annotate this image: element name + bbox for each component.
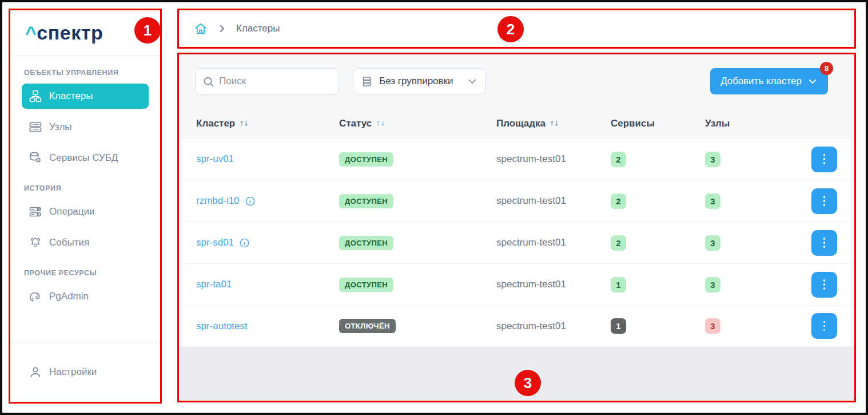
table-footer-area: 3 <box>179 347 854 401</box>
column-header-cluster[interactable]: Кластер ↑↓ <box>196 118 339 129</box>
site-cell: spectrum-test01 <box>496 279 611 290</box>
sidebar-item-label: Кластеры <box>49 90 93 102</box>
add-cluster-label: Добавить кластер <box>720 76 802 87</box>
services-count-badge: 1 <box>611 318 626 334</box>
column-label: Сервисы <box>611 118 655 129</box>
row-actions-button[interactable] <box>811 147 837 172</box>
cluster-link[interactable]: rzmbd-i10 <box>196 195 240 207</box>
services-count-badge: 1 <box>611 277 626 293</box>
chevron-right-icon <box>217 23 227 34</box>
column-label: Статус <box>339 118 372 129</box>
search-icon <box>202 76 214 88</box>
events-icon <box>29 236 42 250</box>
sidebar-item-events[interactable]: События <box>22 230 149 255</box>
services-count-badge: 2 <box>611 235 626 251</box>
annotation-circle-2: 2 <box>497 16 524 42</box>
breadcrumb-region: 2 Кластеры <box>177 9 856 49</box>
main-content-region: Без группировки Добавить кластер 8 <box>177 53 856 402</box>
logo-caret-icon: ^ <box>25 22 37 44</box>
sidebar-item-nodes[interactable]: Узлы <box>22 114 149 140</box>
cluster-link[interactable]: spr-autotest <box>196 321 248 332</box>
nodes-count-badge: 3 <box>705 152 720 167</box>
services-count-badge: 2 <box>611 152 626 167</box>
db-services-icon <box>29 151 42 165</box>
cluster-link[interactable]: spr-sd01 <box>196 237 234 248</box>
logo-text: спектр <box>37 22 103 44</box>
cluster-icon <box>29 89 42 103</box>
section-label: ПРОЧИЕ РЕСУРСЫ <box>24 269 149 277</box>
nav-section-history: ИСТОРИЯ <box>22 184 149 255</box>
column-header-site[interactable]: Площадка ↑↓ <box>496 118 611 129</box>
sort-icon[interactable]: ↑↓ <box>238 120 248 128</box>
app-logo[interactable]: ^спектр <box>25 22 103 44</box>
nav-section-objects: ОБЪЕКТЫ УПРАВЛЕНИЯ Кластеры <box>22 69 149 171</box>
cluster-link[interactable]: spr-ta01 <box>196 279 232 290</box>
grouping-value: Без группировки <box>379 76 453 87</box>
cluster-link[interactable]: spr-uv01 <box>196 153 234 165</box>
notification-badge: 8 <box>820 62 833 75</box>
site-cell: spectrum-test01 <box>496 237 611 248</box>
chevron-down-icon <box>467 76 477 86</box>
home-icon[interactable] <box>194 22 208 35</box>
sidebar-item-pgadmin[interactable]: PgAdmin <box>22 284 149 309</box>
sidebar-item-db-services[interactable]: Сервисы СУБД <box>22 145 149 171</box>
annotation-circle-1: 1 <box>134 17 161 44</box>
table-row: rzmbd-i10 ДОСТУПЕН spectrum-test01 2 3 <box>179 180 854 222</box>
column-header-nodes: Узлы <box>705 118 794 129</box>
nodes-count-badge: 3 <box>705 235 720 251</box>
sidebar-item-label: Узлы <box>49 121 72 133</box>
column-label: Кластер <box>196 118 235 129</box>
breadcrumb-current: Кластеры <box>236 23 280 34</box>
pgadmin-elephant-icon <box>29 290 42 303</box>
chevron-down-icon <box>807 76 818 86</box>
operations-icon <box>29 205 42 219</box>
sidebar-item-settings[interactable]: Настройки <box>22 359 149 385</box>
sidebar-nav: ОБЪЕКТЫ УПРАВЛЕНИЯ Кластеры <box>10 56 160 343</box>
status-badge: ДОСТУПЕН <box>339 152 393 167</box>
sort-icon[interactable]: ↑↓ <box>549 120 558 128</box>
add-cluster-button[interactable]: Добавить кластер <box>710 68 828 94</box>
nodes-count-badge: 3 <box>705 193 720 209</box>
sidebar-item-label: Операции <box>49 206 95 218</box>
row-actions-button[interactable] <box>811 230 837 256</box>
table-header: Кластер ↑↓ Статус ↑↓ Площадка ↑↓ Сервисы… <box>179 109 854 138</box>
search-input[interactable] <box>219 76 332 87</box>
sidebar-item-label: Настройки <box>49 366 97 378</box>
site-cell: spectrum-test01 <box>496 195 611 207</box>
column-label: Узлы <box>705 118 730 129</box>
table-row: spr-autotest ОТКЛЮЧЁН spectrum-test01 1 … <box>179 305 854 347</box>
sidebar-item-label: События <box>49 237 89 248</box>
sidebar-item-label: PgAdmin <box>49 291 89 302</box>
row-actions-button[interactable] <box>811 188 837 214</box>
sidebar-footer: Настройки <box>10 343 160 402</box>
row-actions-button[interactable] <box>811 313 837 339</box>
sidebar-item-operations[interactable]: Операции <box>22 199 149 224</box>
status-badge: ДОСТУПЕН <box>339 194 393 208</box>
column-header-status[interactable]: Статус ↑↓ <box>339 118 496 129</box>
table-row: spr-uv01 ДОСТУПЕН spectrum-test01 2 3 <box>179 138 854 180</box>
status-badge: ОТКЛЮЧЁН <box>339 319 396 333</box>
sidebar: ^спектр ОБЪЕКТЫ УПРАВЛЕНИЯ <box>10 10 160 402</box>
site-cell: spectrum-test01 <box>496 153 611 165</box>
status-badge: ДОСТУПЕН <box>339 236 393 250</box>
app-window: 1 ^спектр ОБЪЕКТЫ УПРАВЛЕНИЯ <box>0 0 868 415</box>
site-cell: spectrum-test01 <box>496 321 611 332</box>
info-icon[interactable] <box>239 238 250 248</box>
status-badge: ДОСТУПЕН <box>339 278 393 292</box>
nodes-icon <box>29 120 42 134</box>
section-label: ОБЪЕКТЫ УПРАВЛЕНИЯ <box>24 69 149 77</box>
annotation-circle-3: 3 <box>515 370 541 396</box>
toolbar: Без группировки Добавить кластер 8 <box>179 54 854 94</box>
column-label: Площадка <box>496 118 546 129</box>
sidebar-item-clusters[interactable]: Кластеры <box>22 84 149 109</box>
nodes-count-badge: 3 <box>705 277 720 293</box>
sidebar-region: 1 ^спектр ОБЪЕКТЫ УПРАВЛЕНИЯ <box>9 9 162 404</box>
row-actions-button[interactable] <box>811 272 837 298</box>
nav-section-other: ПРОЧИЕ РЕСУРСЫ PgAdmin <box>22 269 149 309</box>
table-body: spr-uv01 ДОСТУПЕН spectrum-test01 2 3 rz… <box>179 138 854 347</box>
section-label: ИСТОРИЯ <box>24 184 149 192</box>
info-icon[interactable] <box>245 196 256 207</box>
grouping-dropdown[interactable]: Без группировки <box>353 68 486 94</box>
search-box <box>195 68 339 94</box>
sort-icon[interactable]: ↑↓ <box>375 120 384 128</box>
